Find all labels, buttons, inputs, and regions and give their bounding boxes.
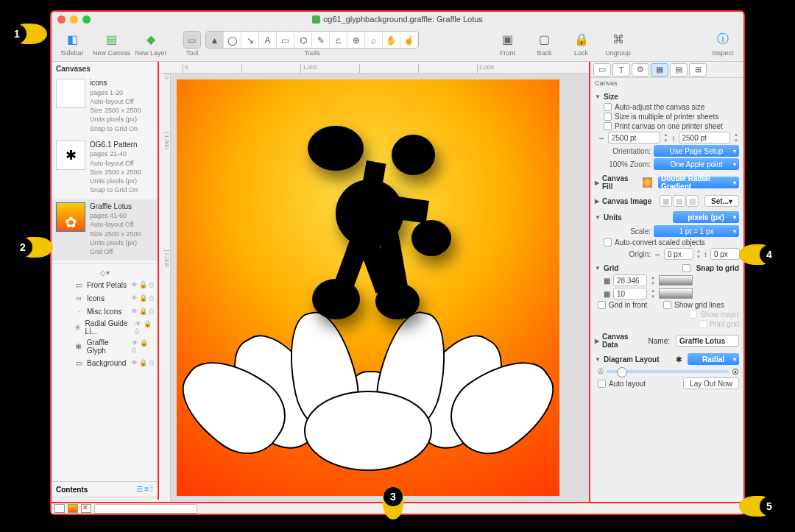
snap-grid-checkbox[interactable] <box>682 264 690 272</box>
canvas-name-field[interactable]: Graffle Lotus <box>676 335 739 347</box>
grid-front-checkbox[interactable] <box>598 301 606 309</box>
send-back-button[interactable]: ▢Back <box>529 28 561 60</box>
layout-type-select[interactable]: Radial <box>688 353 739 365</box>
rubber-stamp-tool[interactable]: ⎌ <box>330 32 347 49</box>
lock-button[interactable]: 🔒Lock <box>565 28 598 60</box>
layers-disclosure-icon[interactable]: ◇▾ <box>52 267 158 278</box>
origin-x-stepper[interactable]: ▲▼ <box>696 248 701 260</box>
disclosure-icon[interactable]: ▼ <box>595 356 601 363</box>
auto-layout-checkbox[interactable] <box>598 380 606 388</box>
fill-swatch[interactable] <box>643 177 652 188</box>
layer-glyph[interactable]: ✱Graffle Glyph👁 🔒 ⎙ <box>52 337 158 356</box>
disclosure-icon[interactable]: ▶ <box>595 338 599 344</box>
canvas-item-icons[interactable]: icons pages 1-20 Auto-layout Off Size 25… <box>52 76 158 138</box>
ungroup-button[interactable]: ⌘Ungroup <box>602 28 635 60</box>
disclosure-icon[interactable]: ▼ <box>595 214 601 221</box>
size-multiple-checkbox[interactable] <box>604 113 612 121</box>
origin-x-icon: ↔ <box>654 250 661 258</box>
style-well-gradient[interactable] <box>68 504 78 513</box>
layer-thumb-icon: ∞ <box>74 293 84 303</box>
disclosure-icon[interactable]: ▶ <box>595 180 599 186</box>
layer-misc-icons[interactable]: ·Misc Icons👁 🔒 ⎙ <box>52 305 158 318</box>
layout-spacing-slider[interactable] <box>607 370 729 373</box>
vertical-ruler[interactable]: 01,0002,000 <box>159 74 171 502</box>
style-tray-field[interactable] <box>94 504 197 514</box>
canvas-item-pattern[interactable]: ✱ OG6.1 Pattern pages 21-40 Auto-layout … <box>52 138 158 199</box>
stencils-inspector-tab[interactable]: ⊞ <box>689 63 707 77</box>
grid-major-color[interactable] <box>659 275 693 285</box>
artwork <box>177 79 559 496</box>
contents-outline-icon[interactable]: ≡ <box>144 485 149 494</box>
width-stepper[interactable]: ▲▼ <box>663 132 669 143</box>
contents-selection-icon[interactable]: ⦙⦙ <box>150 485 153 494</box>
diagram-tool[interactable]: ⌬ <box>294 32 312 49</box>
width-icon: ↔ <box>598 134 605 142</box>
line-tool[interactable]: ↘ <box>241 32 259 49</box>
origin-y-field[interactable]: 0 px <box>710 248 740 260</box>
print-one-sheet-checkbox[interactable] <box>604 122 612 130</box>
layer-background[interactable]: ▭Background👁 🔒 ⎙ <box>52 356 158 369</box>
type-inspector-tab[interactable]: T <box>612 63 630 77</box>
document-inspector-tab[interactable]: ▤ <box>670 63 688 77</box>
layer-icons[interactable]: ∞Icons👁 🔒 ⎙ <box>52 291 158 305</box>
new-layer-button[interactable]: ◆ New Layer <box>135 28 167 60</box>
window-title-text: og61_glyphbackground.graffle: Graffle Lo… <box>323 15 483 24</box>
style-well-stroke[interactable]: ✕ <box>81 504 91 513</box>
canvas-item-lotus[interactable]: Graffle Lotus pages 41-60 Auto-layout Of… <box>52 199 158 261</box>
properties-inspector-tab[interactable]: ⚙ <box>632 63 649 77</box>
layer-controls[interactable]: 👁 🔓 ⎙ <box>131 281 153 288</box>
lay-out-now-button[interactable]: Lay Out Now <box>683 377 739 389</box>
text-tool[interactable]: A <box>259 32 277 49</box>
auto-adjust-checkbox[interactable] <box>604 103 612 111</box>
zoom-tool[interactable]: ⌕ <box>365 32 383 49</box>
layout-type-icon: ✱ <box>676 355 682 363</box>
inspect-toggle-button[interactable]: ⓘInspect <box>707 28 739 60</box>
current-tool: ▭ Tool <box>183 31 201 57</box>
layer-front-petals[interactable]: ▭Front Petals👁 🔓 ⎙ <box>52 278 158 291</box>
canvases-header: Canvases <box>52 62 158 76</box>
sidebar-toggle-button[interactable]: ◧ Sidebar <box>56 28 88 60</box>
object-inspector-tab[interactable]: ▭ <box>593 63 611 77</box>
magnet-tool[interactable]: ⊕ <box>347 32 365 49</box>
canvases-list[interactable]: icons pages 1-20 Auto-layout Off Size 25… <box>52 76 158 481</box>
shape-tool[interactable]: ◯ <box>224 32 241 49</box>
disclosure-icon[interactable]: ▶ <box>595 198 599 205</box>
bring-front-button[interactable]: ▣Front <box>492 28 524 60</box>
units-select[interactable]: pixels (px) <box>673 211 739 223</box>
disclosure-icon[interactable]: ▼ <box>595 265 601 272</box>
pointer-tool[interactable]: ▲ <box>206 32 224 49</box>
new-canvas-button[interactable]: ▤ New Canvas <box>93 28 130 60</box>
layer-radial-guide[interactable]: ✳Radial Guide Li...👁 🔒 ⎙ <box>52 318 158 337</box>
canvas-height-field[interactable]: 2500 pt <box>679 132 731 143</box>
grid-section: ▼Grid Snap to grid ▦28.346▲▼ ▦10▲▼ Grid … <box>595 264 739 328</box>
contents-list-icon[interactable]: ☰ <box>136 485 143 494</box>
canvas-area: 0 1,000 2,000 01,0002,000 <box>159 62 590 514</box>
hand-tool[interactable]: ✋ <box>383 32 400 49</box>
horizontal-ruler[interactable]: 0 1,000 2,000 <box>159 62 589 74</box>
grid-minor-field[interactable]: 10 <box>613 288 647 299</box>
zoom-scale-select[interactable]: One Apple point <box>654 158 739 170</box>
canvas-inspector-tab[interactable]: ▦ <box>651 63 668 77</box>
inspector-tabs: ▭ T ⚙ ▦ ▤ ⊞ <box>590 62 743 78</box>
new-layer-icon: ◆ <box>143 32 159 48</box>
set-image-button[interactable]: Set... ▾ <box>704 195 739 207</box>
canvas-width-field[interactable]: 2500 pt <box>608 132 660 143</box>
scale-select[interactable]: 1 pt = 1 px <box>654 225 739 237</box>
style-well-fill[interactable] <box>54 504 65 513</box>
orientation-select[interactable]: Use Page Setup <box>654 145 739 157</box>
selection-tool-current[interactable]: ▭ <box>184 32 200 49</box>
pen-tool[interactable]: ▭ <box>277 32 294 49</box>
grid-major-field[interactable]: 28.346 <box>613 274 647 286</box>
disclosure-icon[interactable]: ▼ <box>595 93 601 100</box>
height-stepper[interactable]: ▲▼ <box>733 132 739 143</box>
canvas-viewport[interactable] <box>171 74 589 502</box>
browse-tool[interactable]: ☝ <box>400 32 418 49</box>
fill-type-select[interactable]: Double Radial Gradient <box>658 177 739 188</box>
layer-thumb-icon: · <box>74 306 84 316</box>
style-brush-tool[interactable]: ✎ <box>312 32 330 49</box>
show-grid-checkbox[interactable] <box>663 301 671 309</box>
grid-minor-color[interactable] <box>659 288 693 299</box>
origin-x-field[interactable]: 0 px <box>664 248 693 260</box>
auto-convert-checkbox[interactable] <box>604 238 612 247</box>
image-mode-segmented[interactable]: ▦▤▥ <box>660 195 699 207</box>
